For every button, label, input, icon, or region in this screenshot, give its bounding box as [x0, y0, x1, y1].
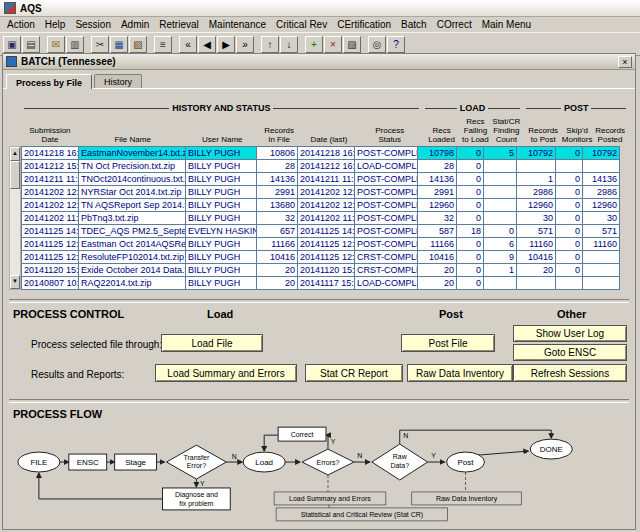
menu-item-certification[interactable]: CErtification [332, 18, 396, 31]
table-cell[interactable]: 1 [483, 263, 517, 277]
menu-item-main-menu[interactable]: Main Menu [477, 18, 536, 31]
table-cell[interactable]: 32 [417, 211, 457, 225]
table-cell[interactable] [483, 172, 517, 186]
table-cell[interactable] [516, 159, 556, 173]
scrollbar-thumb[interactable] [10, 161, 20, 189]
table-cell[interactable]: 11160 [516, 237, 556, 251]
list-button[interactable]: ≡ [154, 36, 172, 53]
table-row[interactable]: 20141202 11:58PbTnq3.txt.zipBILLY PUGH32… [21, 211, 620, 225]
table-cell[interactable]: 20141202 11:59 [297, 211, 355, 225]
table-row[interactable]: 20141125 14:42TDEC_AQS PM2.5_SeptembEVEL… [21, 224, 620, 238]
table-cell[interactable]: BILLY PUGH [185, 237, 257, 251]
table-cell[interactable]: 20141202 11:58 [21, 211, 79, 225]
table-cell[interactable]: 20141120 15:04 [21, 263, 79, 277]
table-cell[interactable]: CRST-COMPLETED [354, 250, 418, 264]
table-cell[interactable]: 20141212 16:10 [297, 159, 355, 173]
table-cell[interactable]: 0 [456, 146, 484, 160]
close-button[interactable]: × [618, 56, 632, 68]
cut-button[interactable]: ✂ [91, 36, 109, 53]
commit-button[interactable]: ▨ [343, 36, 361, 53]
menu-item-batch[interactable]: Batch [396, 18, 432, 31]
table-row[interactable]: 20141120 15:04Exide October 2014 Data.tx… [21, 263, 620, 277]
table-cell[interactable]: 0 [483, 224, 517, 238]
table-cell[interactable]: 2986 [516, 185, 556, 199]
table-cell[interactable]: Exide October 2014 Data.txt [78, 263, 186, 277]
table-cell[interactable]: Eastman Oct 2014AQSRepo [78, 237, 186, 251]
batch-titlebar[interactable]: BATCH (Tennessee) × [3, 54, 635, 70]
goto-ensc-button[interactable]: Goto ENSC [513, 344, 627, 361]
table-cell[interactable]: TN Oct Precision.txt.zip [78, 159, 186, 173]
table-cell[interactable]: 657 [256, 224, 298, 238]
table-cell[interactable]: 20 [417, 276, 457, 290]
table-cell[interactable]: 6 [483, 237, 517, 251]
table-cell[interactable]: 20141117 15:43 [297, 276, 355, 290]
table-row[interactable]: 20141212 15:53TN Oct Precision.txt.zipBI… [21, 159, 620, 173]
table-cell[interactable]: 0 [555, 172, 583, 186]
table-cell[interactable]: 10792 [582, 146, 620, 160]
copy-button[interactable]: ▦ [110, 36, 128, 53]
table-cell[interactable] [582, 159, 620, 173]
table-cell[interactable] [582, 263, 620, 277]
table-cell[interactable]: 0 [555, 263, 583, 277]
table-cell[interactable]: 0 [555, 237, 583, 251]
first-record-button[interactable]: « [179, 36, 197, 53]
table-cell[interactable]: 1 [516, 172, 556, 186]
table-cell[interactable]: 20141218 16:28 [21, 146, 79, 160]
insert-record-button[interactable]: + [305, 36, 323, 53]
menu-item-admin[interactable]: Admin [116, 18, 154, 31]
table-cell[interactable]: 20141211 11:08 [21, 172, 79, 186]
table-cell[interactable]: NYRStar Oct 2014.txt.zip [78, 185, 186, 199]
table-cell[interactable] [582, 250, 620, 264]
table-cell[interactable]: 14136 [417, 172, 457, 186]
menu-item-correct[interactable]: COrrect [432, 18, 477, 31]
prev-record-button[interactable]: ◀ [198, 36, 216, 53]
table-cell[interactable]: 10416 [256, 250, 298, 264]
table-cell[interactable]: LOAD-COMPLETED [354, 276, 418, 290]
load-summary-errors-button[interactable]: Load Summary and Errors [155, 364, 297, 382]
save-button[interactable]: ▣ [3, 36, 21, 53]
table-cell[interactable]: 20 [256, 263, 298, 277]
table-cell[interactable] [483, 185, 517, 199]
table-cell[interactable]: POST-COMPLETED [354, 172, 418, 186]
table-cell[interactable] [555, 159, 583, 173]
table-cell[interactable]: EVELYN HASKIN [185, 224, 257, 238]
scroll-down-button[interactable]: ↓ [280, 36, 298, 53]
table-cell[interactable]: BILLY PUGH [185, 198, 257, 212]
table-cell[interactable] [483, 198, 517, 212]
table-cell[interactable]: 20 [417, 263, 457, 277]
table-cell[interactable]: POST-COMPLETED [354, 198, 418, 212]
table-cell[interactable]: 0 [456, 172, 484, 186]
table-row[interactable]: 20141202 12:05NYRStar Oct 2014.txt.zipBI… [21, 185, 620, 199]
show-user-log-button[interactable]: Show User Log [513, 325, 627, 342]
table-cell[interactable]: BILLY PUGH [185, 250, 257, 264]
scrollbar-track[interactable] [10, 161, 20, 275]
table-cell[interactable]: PbTnq3.txt.zip [78, 211, 186, 225]
post-file-button[interactable]: Post File [401, 334, 495, 352]
table-cell[interactable]: 0 [456, 211, 484, 225]
table-cell[interactable]: 10416 [516, 250, 556, 264]
table-cell[interactable]: 0 [555, 185, 583, 199]
table-cell[interactable]: 20 [516, 263, 556, 277]
table-cell[interactable]: 20141202 12:33 [297, 185, 355, 199]
table-cell[interactable]: 11166 [417, 237, 457, 251]
table-cell[interactable]: 18 [456, 224, 484, 238]
table-cell[interactable] [555, 276, 583, 290]
table-cell[interactable]: 587 [417, 224, 457, 238]
table-cell[interactable]: 0 [456, 250, 484, 264]
table-cell[interactable]: 20141212 15:53 [21, 159, 79, 173]
menu-item-retrieval[interactable]: Retrieval [154, 18, 203, 31]
table-cell[interactable]: 12960 [417, 198, 457, 212]
table-cell[interactable]: 20141125 14:49 [297, 224, 355, 238]
menu-item-help[interactable]: Help [40, 18, 71, 31]
table-cell[interactable]: 20141218 16:39 [297, 146, 355, 160]
table-cell[interactable]: CRST-COMPLETED [354, 263, 418, 277]
table-cell[interactable]: ResoluteFP102014.txt.zip [78, 250, 186, 264]
table-cell[interactable]: 0 [456, 159, 484, 173]
export-button[interactable]: ▥ [66, 36, 84, 53]
paste-button[interactable]: ▧ [129, 36, 147, 53]
mail-button[interactable]: ✉ [47, 36, 65, 53]
table-cell[interactable]: 20141125 14:42 [21, 224, 79, 238]
table-cell[interactable]: 0 [456, 185, 484, 199]
menu-item-action[interactable]: Action [2, 18, 40, 31]
table-cell[interactable]: 5 [483, 146, 517, 160]
